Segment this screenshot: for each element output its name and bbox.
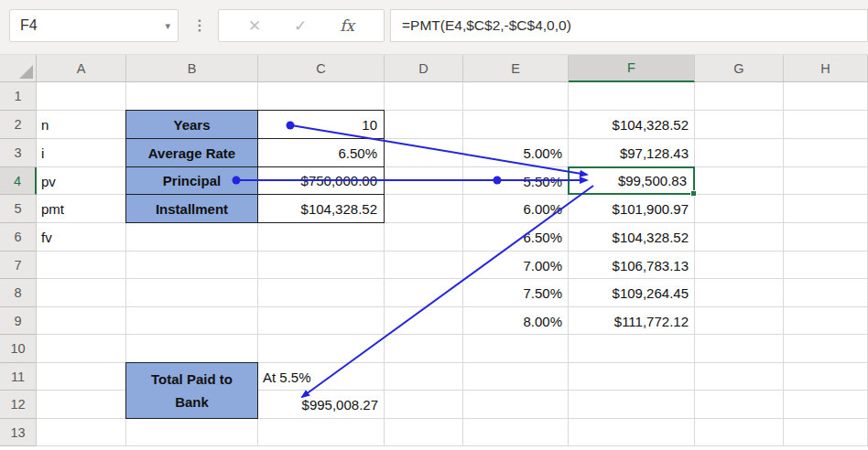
cell-C13[interactable] [258, 419, 385, 446]
cell-E11[interactable] [463, 363, 569, 391]
cell-C8[interactable] [258, 279, 385, 307]
cell-D11[interactable] [385, 363, 463, 391]
row-header-10[interactable]: 10 [0, 335, 37, 363]
cell-F6[interactable]: $104,328.52 [569, 223, 695, 252]
cell-A7[interactable] [37, 252, 126, 279]
cell-F13[interactable] [569, 419, 695, 446]
cell-A13[interactable] [37, 419, 126, 446]
cell-C2[interactable]: 10 [257, 110, 385, 139]
cell-G3[interactable] [695, 139, 784, 167]
row-header-12[interactable]: 12 [0, 391, 37, 419]
column-header-H[interactable]: H [784, 55, 868, 82]
cell-E2[interactable] [463, 111, 569, 139]
cell-B5[interactable]: Installment [125, 194, 258, 223]
cell-D6[interactable] [385, 223, 463, 252]
cell-E12[interactable] [463, 391, 569, 419]
cell-F1[interactable] [569, 82, 695, 111]
cell-D8[interactable] [385, 279, 463, 307]
column-header-B[interactable]: B [126, 55, 258, 82]
cell-H3[interactable] [784, 139, 868, 167]
row-header-9[interactable]: 9 [0, 307, 37, 335]
column-header-A[interactable]: A [37, 55, 126, 82]
cancel-icon[interactable]: ✕ [248, 16, 261, 36]
cell-D1[interactable] [385, 82, 463, 111]
cell-C7[interactable] [258, 252, 385, 279]
row-header-6[interactable]: 6 [0, 223, 37, 252]
cell-C6[interactable] [258, 223, 385, 252]
cell-F2[interactable]: $104,328.52 [569, 111, 695, 139]
cell-G9[interactable] [695, 307, 784, 335]
cell-G2[interactable] [695, 111, 784, 139]
cell-F3[interactable]: $97,128.43 [569, 139, 695, 167]
row-header-2[interactable]: 2 [0, 111, 37, 139]
column-header-D[interactable]: D [385, 55, 463, 82]
cell-A2[interactable]: n [37, 111, 126, 139]
column-header-F[interactable]: F [569, 55, 695, 82]
cell-E1[interactable] [463, 82, 569, 111]
cell-F12[interactable] [569, 391, 695, 419]
enter-icon[interactable]: ✓ [294, 16, 307, 36]
chevron-down-icon[interactable]: ▾ [165, 20, 170, 32]
cell-F7[interactable]: $106,783.13 [569, 252, 695, 279]
cell-H7[interactable] [784, 252, 868, 279]
cell-H12[interactable] [784, 391, 868, 419]
cell-C10[interactable] [258, 335, 385, 363]
cell-D10[interactable] [385, 335, 463, 363]
cell-H13[interactable] [784, 419, 868, 446]
cell-F4[interactable]: $99,500.83 [568, 166, 695, 195]
fill-handle[interactable] [690, 190, 697, 197]
cell-F10[interactable] [569, 335, 695, 363]
cell-E13[interactable] [463, 419, 569, 446]
cell-E5[interactable]: 6.00% [463, 195, 569, 223]
cell-G5[interactable] [695, 195, 784, 223]
cell-B6[interactable] [126, 223, 258, 252]
cell-C9[interactable] [258, 307, 385, 335]
row-header-8[interactable]: 8 [0, 279, 37, 307]
cell-B3[interactable]: Average Rate [125, 138, 258, 167]
cell-B10[interactable] [126, 335, 258, 363]
cell-F11[interactable] [569, 363, 695, 391]
insert-function-icon[interactable]: fx [340, 16, 354, 35]
cell-D4[interactable] [385, 167, 463, 195]
cell-A1[interactable] [37, 82, 126, 111]
cell-G8[interactable] [695, 279, 784, 307]
cell-A4[interactable]: pv [37, 167, 126, 195]
cell-H10[interactable] [784, 335, 868, 363]
cell-G13[interactable] [695, 419, 784, 446]
cell-C4[interactable]: $750,000.00 [257, 166, 385, 195]
cell-E8[interactable]: 7.50% [463, 279, 569, 307]
cell-A11[interactable] [37, 363, 126, 391]
row-header-1[interactable]: 1 [0, 82, 37, 111]
cell-A8[interactable] [37, 279, 126, 307]
cell-G7[interactable] [695, 252, 784, 279]
cell-H11[interactable] [784, 363, 868, 391]
cell-E3[interactable]: 5.00% [463, 139, 569, 167]
cell-G1[interactable] [695, 82, 784, 111]
cell-B8[interactable] [126, 279, 258, 307]
name-box[interactable]: F4 ▾ [9, 9, 179, 42]
cell-E6[interactable]: 6.50% [463, 223, 569, 252]
cell-G4[interactable] [695, 167, 784, 195]
cell-G10[interactable] [695, 335, 784, 363]
row-header-13[interactable]: 13 [0, 419, 37, 446]
cell-B13[interactable] [126, 419, 258, 446]
column-header-E[interactable]: E [463, 55, 569, 82]
cell-A10[interactable] [37, 335, 126, 363]
cell-D2[interactable] [385, 111, 463, 139]
cell-C11[interactable]: At 5.5% [258, 363, 385, 391]
cell-C1[interactable] [258, 82, 385, 111]
cell-H4[interactable] [784, 167, 868, 195]
cell-H1[interactable] [784, 82, 868, 111]
cell-A3[interactable]: i [37, 139, 126, 167]
cell-D9[interactable] [385, 307, 463, 335]
cell-G6[interactable] [695, 223, 784, 252]
cell-E7[interactable]: 7.00% [463, 252, 569, 279]
row-header-4[interactable]: 4 [0, 167, 37, 195]
cell-B9[interactable] [126, 307, 258, 335]
row-header-5[interactable]: 5 [0, 195, 37, 223]
cell-A12[interactable] [37, 391, 126, 419]
cell-A6[interactable]: fv [37, 223, 126, 252]
cell-H2[interactable] [784, 111, 868, 139]
cell-B4[interactable]: Principal [125, 166, 258, 195]
row-header-11[interactable]: 11 [0, 363, 37, 391]
